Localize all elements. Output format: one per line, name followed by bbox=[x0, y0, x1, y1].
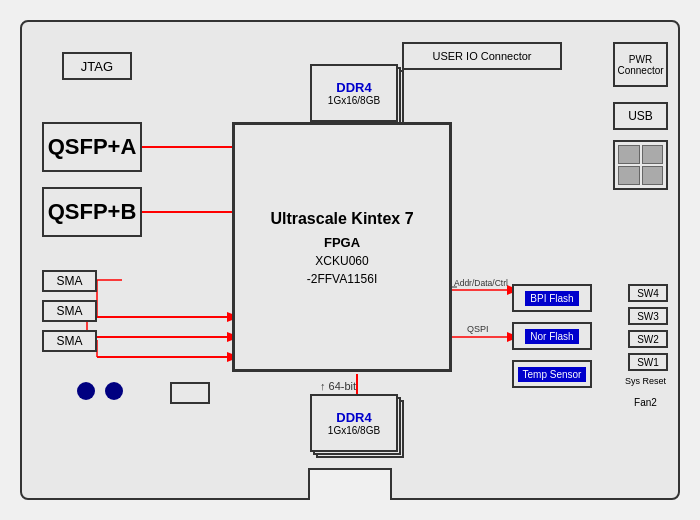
qsfpa-label: QSFP+A bbox=[48, 134, 137, 160]
user-io-connector: USER IO Connector bbox=[402, 42, 562, 70]
nor-flash-label: Nor Flash bbox=[525, 329, 578, 344]
connector-dots bbox=[77, 382, 123, 400]
sw4-box: SW4 bbox=[628, 284, 668, 302]
fan2-label: Fan2 bbox=[618, 397, 673, 408]
sma3-box: SMA bbox=[42, 330, 97, 352]
pwr-connector-label: PWR Connector bbox=[615, 54, 666, 76]
jtag-label: JTAG bbox=[81, 59, 113, 74]
board: JTAG USER IO Connector QSFP+A QSFP+B SMA… bbox=[20, 20, 680, 500]
user-io-label: USER IO Connector bbox=[432, 50, 531, 62]
ddr4-top-label: DDR4 bbox=[336, 80, 371, 95]
qsfpa-box: QSFP+A bbox=[42, 122, 142, 172]
dot-2 bbox=[105, 382, 123, 400]
dot-1 bbox=[77, 382, 95, 400]
ddr4-bottom-label: DDR4 bbox=[336, 410, 371, 425]
sw1-label: SW1 bbox=[637, 357, 659, 368]
sw3-label: SW3 bbox=[637, 311, 659, 322]
sw1-box: SW1 bbox=[628, 353, 668, 371]
fpga-title: Ultrascale Kintex 7 bbox=[270, 208, 413, 230]
small-connector-box bbox=[170, 382, 210, 404]
dip-switch bbox=[613, 140, 668, 190]
usb-label: USB bbox=[628, 109, 653, 123]
qspi-label: QSPI bbox=[467, 324, 489, 334]
sma2-box: SMA bbox=[42, 300, 97, 322]
fpga-id1: XCKU060 bbox=[315, 254, 368, 268]
ddr4-bottom-spec: 1Gx16/8GB bbox=[328, 425, 380, 436]
fpga-box: Ultrascale Kintex 7 FPGA XCKU060 -2FFVA1… bbox=[232, 122, 452, 372]
sma3-label: SMA bbox=[56, 334, 82, 348]
addr-label: Addr/Data/Ctrl bbox=[454, 278, 508, 288]
sw2-label: SW2 bbox=[637, 334, 659, 345]
bpi-flash-label: BPI Flash bbox=[525, 291, 578, 306]
dip-cell-2 bbox=[642, 145, 664, 164]
jtag-box: JTAG bbox=[62, 52, 132, 80]
fpga-id2: -2FFVA1156I bbox=[307, 272, 377, 286]
sma1-label: SMA bbox=[56, 274, 82, 288]
sys-reset-label: Sys Reset bbox=[618, 376, 673, 394]
temp-sensor-label: Temp Sensor bbox=[518, 367, 587, 382]
pwr-connector-box: PWR Connector bbox=[613, 42, 668, 87]
label-64bit-bottom: ↑ 64-bit bbox=[320, 380, 356, 392]
bpi-flash-box: BPI Flash bbox=[512, 284, 592, 312]
dip-cell-4 bbox=[642, 166, 664, 185]
usb-box: USB bbox=[613, 102, 668, 130]
nor-flash-box: Nor Flash bbox=[512, 322, 592, 350]
sma1-box: SMA bbox=[42, 270, 97, 292]
sw4-label: SW4 bbox=[637, 288, 659, 299]
sma2-label: SMA bbox=[56, 304, 82, 318]
sw3-box: SW3 bbox=[628, 307, 668, 325]
ddr4-top-spec: 1Gx16/8GB bbox=[328, 95, 380, 106]
qsfpb-label: QSFP+B bbox=[48, 199, 137, 225]
dip-cell-3 bbox=[618, 166, 640, 185]
temp-sensor-box: Temp Sensor bbox=[512, 360, 592, 388]
qsfpb-box: QSFP+B bbox=[42, 187, 142, 237]
dip-cell-1 bbox=[618, 145, 640, 164]
sw2-box: SW2 bbox=[628, 330, 668, 348]
fpga-sub: FPGA bbox=[324, 235, 360, 250]
